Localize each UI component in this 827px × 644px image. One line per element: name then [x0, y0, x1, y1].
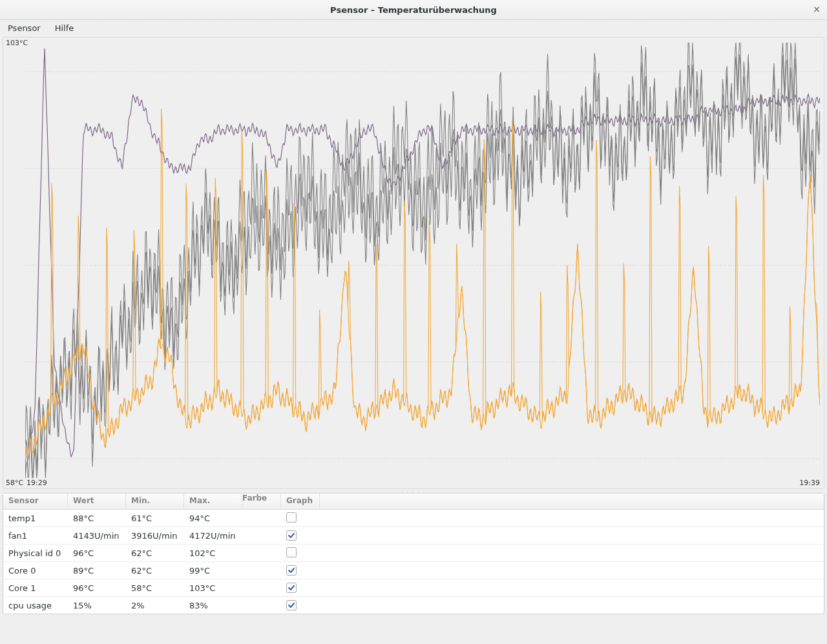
cell-graph — [281, 547, 320, 559]
cell-max: 83% — [184, 601, 242, 610]
graph-checkbox[interactable] — [286, 565, 297, 576]
series-fan1 — [25, 48, 820, 478]
cell-sensor: fan1 — [3, 531, 68, 541]
cell-sensor: Physical id 0 — [3, 548, 68, 558]
table-row[interactable]: Core 089°C62°C99°C — [3, 562, 824, 579]
x-axis-end-label: 19:39 — [799, 479, 820, 487]
window-title: Psensor – Temperaturüberwachung — [330, 5, 497, 15]
col-header-min[interactable]: Min. — [126, 493, 184, 509]
sensor-chart — [25, 43, 820, 478]
col-header-wert[interactable]: Wert — [68, 493, 126, 509]
cell-min: 3916U/min — [126, 531, 184, 541]
menu-psensor[interactable]: Psensor — [4, 22, 45, 34]
close-icon[interactable]: × — [811, 4, 822, 14]
col-header-max[interactable]: Max. — [184, 493, 242, 509]
titlebar[interactable]: Psensor – Temperaturüberwachung × — [0, 0, 827, 20]
cell-max: 94°C — [184, 514, 242, 523]
cell-wert: 4143U/min — [68, 531, 126, 541]
x-axis-start-label: 19:29 — [26, 479, 47, 487]
cell-min: 2% — [126, 601, 184, 610]
menu-help[interactable]: Hilfe — [51, 22, 78, 34]
graph-checkbox[interactable] — [286, 512, 297, 523]
menubar: Psensor Hilfe — [0, 20, 827, 36]
cell-graph — [281, 583, 320, 593]
col-header-farbe[interactable]: Farbe — [242, 493, 281, 509]
cell-max: 99°C — [184, 566, 242, 576]
cell-max: 102°C — [184, 548, 242, 558]
graph-checkbox[interactable] — [286, 583, 297, 593]
table-row[interactable]: temp188°C61°C94°C — [3, 510, 824, 527]
cell-min: 62°C — [126, 566, 184, 576]
table-row[interactable]: Physical id 096°C62°C102°C — [3, 545, 824, 562]
col-header-sensor[interactable]: Sensor — [3, 493, 68, 509]
table-row[interactable]: Core 196°C58°C103°C — [3, 579, 824, 597]
cell-wert: 15% — [68, 601, 126, 610]
sensor-table: Sensor Wert Min. Max. Farbe Graph temp18… — [3, 493, 824, 614]
table-header-row: Sensor Wert Min. Max. Farbe Graph — [3, 493, 824, 510]
table-row[interactable]: fan14143U/min3916U/min4172U/min — [3, 527, 824, 545]
series-Core-0 — [25, 54, 820, 478]
cell-sensor: Core 0 — [3, 566, 68, 576]
cell-max: 4172U/min — [184, 531, 242, 541]
cell-sensor: temp1 — [3, 514, 68, 523]
cell-graph — [281, 512, 320, 525]
table-row[interactable]: cpu usage15%2%83% — [3, 597, 824, 614]
graph-checkbox[interactable] — [286, 547, 297, 557]
cell-min: 58°C — [126, 583, 184, 593]
graph-checkbox[interactable] — [286, 600, 297, 610]
cell-max: 103°C — [184, 583, 242, 593]
cell-min: 62°C — [126, 548, 184, 558]
cell-sensor: Core 1 — [3, 583, 68, 593]
cell-sensor: cpu usage — [3, 601, 68, 610]
cell-wert: 89°C — [68, 566, 126, 576]
graph-checkbox[interactable] — [286, 530, 297, 541]
cell-graph — [281, 600, 320, 610]
cell-wert: 96°C — [68, 548, 126, 558]
cell-graph — [281, 565, 320, 576]
y-axis-min-label: 58°C — [6, 479, 23, 487]
cell-graph — [281, 530, 320, 541]
cell-min: 61°C — [126, 514, 184, 523]
chart-area: 103°C 58°C 19:29 19:39 — [3, 37, 824, 489]
col-header-graph[interactable]: Graph — [281, 493, 320, 509]
cell-wert: 88°C — [68, 514, 126, 523]
cell-wert: 96°C — [68, 583, 126, 593]
